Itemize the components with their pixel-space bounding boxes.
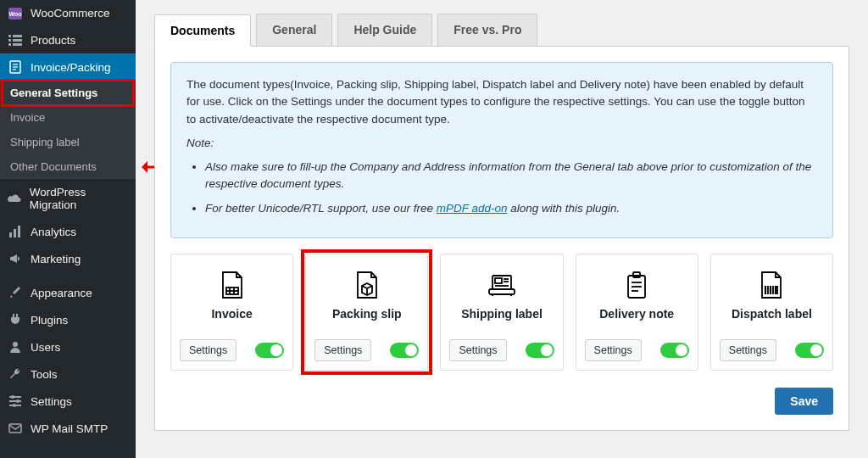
tab-general[interactable]: General [256,14,332,46]
sidebar-sub-label: General Settings [10,87,97,99]
svg-rect-28 [495,278,502,283]
svg-point-15 [13,342,18,347]
toggle-delivery-note[interactable] [660,343,689,358]
sidebar-sub-general-settings[interactable]: General Settings [0,81,136,105]
card-packing-slip: Packing slip Settings [305,254,428,371]
svg-rect-14 [18,226,20,237]
sidebar-item-label: WP Mail SMTP [31,422,108,435]
sidebar-sub-label: Invoice [10,111,45,124]
sidebar-item-products[interactable]: Products [0,26,136,53]
tab-label: Documents [170,24,235,37]
sidebar-item-invoice-packing[interactable]: Invoice/Packing [0,53,136,81]
mail-icon [7,422,24,435]
wrench-icon [7,367,24,381]
sidebar-item-label: Settings [31,395,72,408]
save-button[interactable]: Save [775,388,833,415]
doc-invoice-icon [220,268,245,302]
mpdf-addon-link[interactable]: mPDF add-on [437,202,508,215]
sidebar-item-analytics[interactable]: Analytics [0,218,136,245]
toggle-dispatch-label[interactable] [795,343,824,358]
sidebar-item-wp-mail-smtp[interactable]: WP Mail SMTP [0,415,136,442]
sidebar-item-label: Marketing [31,253,81,265]
sidebar-item-label: Invoice/Packing [31,61,111,74]
settings-button-dispatch-label[interactable]: Settings [720,339,776,361]
tab-documents[interactable]: Documents [154,14,251,47]
sidebar-item-label: Plugins [31,314,68,327]
sidebar-item-tools[interactable]: Tools [0,360,136,388]
card-title: Dispatch label [732,307,812,321]
sidebar-item-label: WordPress Migration [30,186,129,211]
admin-sidebar: Woo WooCommerce Products Invoice/Packing… [0,0,136,458]
card-title: Packing slip [332,307,402,321]
cloud-icon [7,193,23,204]
card-title: Invoice [211,307,252,321]
sidebar-item-users[interactable]: Users [0,333,136,360]
main-content: Documents General Help Guide Free vs. Pr… [136,0,868,458]
svg-rect-36 [633,272,640,277]
toggle-shipping-label[interactable] [526,343,554,358]
notice-note-label: Note: [186,137,214,149]
sidebar-sub-invoice[interactable]: Invoice [0,105,136,130]
card-invoice: Invoice Settings [170,254,293,371]
tab-help-guide[interactable]: Help Guide [337,14,432,46]
sidebar-item-woocommerce[interactable]: Woo WooCommerce [0,0,136,26]
card-delivery-note: Delivery note Settings [576,254,698,371]
svg-rect-3 [13,35,22,37]
notice-bullet-2-post: along with this plugin. [507,202,620,215]
svg-rect-12 [9,232,12,237]
notice-list: Also make sure to fill-up the Company an… [186,159,817,217]
card-dispatch-label: Dispatch label Settings [710,254,833,371]
brush-icon [7,286,24,299]
save-row: Save [170,388,833,415]
svg-rect-2 [8,35,11,37]
settings-button-shipping-label[interactable]: Settings [449,339,506,361]
sidebar-item-wordpress-migration[interactable]: WordPress Migration [0,179,136,218]
sidebar-item-label: Users [31,341,60,354]
svg-rect-32 [489,289,515,294]
sidebar-sub-shipping-label[interactable]: Shipping label [0,130,136,154]
sidebar-item-appearance[interactable]: Appearance [0,279,136,306]
sidebar-submenu: General Settings Invoice Shipping label … [0,81,136,179]
notice-text: The document types(Invoice, Packing slip… [186,76,817,128]
tab-free-vs-pro[interactable]: Free vs. Pro [437,14,537,46]
settings-tabs: Documents General Help Guide Free vs. Pr… [154,14,849,47]
settings-button-delivery-note[interactable]: Settings [585,339,642,361]
woo-icon: Woo [7,8,24,20]
settings-button-invoice[interactable]: Settings [180,339,236,361]
tab-label: Free vs. Pro [453,23,521,36]
tab-label: General [272,23,316,36]
svg-rect-4 [8,39,11,42]
sidebar-item-label: Tools [31,368,58,381]
sidebar-sub-label: Shipping label [10,136,80,148]
doc-packing-slip-icon [354,268,380,302]
bar-chart-icon [7,225,24,238]
sidebar-item-settings[interactable]: Settings [0,388,136,415]
sidebar-sub-other-documents[interactable]: Other Documents [0,154,136,179]
toggle-invoice[interactable] [255,343,284,358]
card-shipping-label: Shipping label Settings [440,254,563,371]
megaphone-icon [7,252,24,265]
list-icon [7,33,24,47]
sidebar-item-plugins[interactable]: Plugins [0,306,136,333]
tab-label: Help Guide [353,23,416,36]
sidebar-item-label: WooCommerce [31,7,110,20]
sliders-icon [7,394,24,408]
sidebar-item-label: Products [31,34,75,47]
sidebar-sub-label: Other Documents [10,160,97,173]
notice-bullet-2-pre: For better Unicode/RTL support, use our … [205,202,437,215]
svg-rect-13 [14,229,16,237]
svg-text:Woo: Woo [8,11,21,17]
svg-rect-22 [9,424,21,433]
doc-delivery-note-icon [624,268,649,302]
info-notice: The document types(Invoice, Packing slip… [170,62,833,238]
svg-point-17 [11,395,14,399]
toggle-packing-slip[interactable] [390,343,419,358]
svg-point-21 [13,404,16,407]
svg-rect-6 [8,43,11,46]
svg-rect-7 [13,43,22,46]
card-title: Shipping label [461,307,542,321]
sidebar-item-marketing[interactable]: Marketing [0,245,136,272]
settings-button-packing-slip[interactable]: Settings [314,339,371,361]
document-type-cards: Invoice Settings Packing slip Settings [170,254,833,371]
invoice-icon [7,60,24,74]
